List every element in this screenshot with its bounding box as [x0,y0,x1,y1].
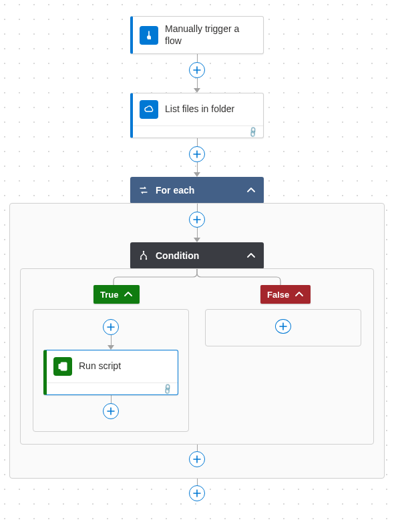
add-step-button[interactable] [189,146,205,162]
false-label: False [267,290,289,300]
link-icon: 🔗 [246,125,259,138]
chevron-up-icon [124,290,133,299]
branch-icon [138,250,149,261]
true-branch-container: Run script 🔗 [33,309,189,432]
arrow-down-icon [194,238,200,242]
arrow-down-icon [194,172,200,177]
chevron-up-icon [246,251,256,260]
list-files-label: List files in folder [165,103,234,115]
condition-container: True False [20,268,374,445]
add-step-button[interactable] [189,451,205,467]
false-branch-container [205,309,361,346]
for-each-label: For each [156,185,240,196]
add-step-button[interactable] [189,62,205,78]
add-step-button[interactable] [189,485,205,501]
chevron-up-icon [246,186,256,195]
trigger-card[interactable]: Manually trigger a flow [130,16,264,54]
add-step-button[interactable] [103,319,119,335]
add-step-button[interactable] [103,403,119,419]
for-each-header[interactable]: For each [130,177,264,204]
list-files-card[interactable]: List files in folder 🔗 [130,93,264,138]
arrow-down-icon [194,88,200,93]
link-icon: 🔗 [161,382,174,395]
add-step-button[interactable] [189,212,205,228]
manual-trigger-icon [140,26,158,45]
condition-header[interactable]: Condition [130,242,264,269]
false-branch-badge[interactable]: False [260,285,311,304]
arrow-down-icon [108,345,114,350]
trigger-label: Manually trigger a flow [165,23,256,47]
loop-icon [138,185,149,196]
run-script-label: Run script [79,360,121,372]
condition-label: Condition [156,250,240,261]
true-branch-badge[interactable]: True [93,285,140,304]
chevron-up-icon [294,290,304,299]
excel-icon [53,357,72,376]
for-each-container: Condition True False [9,203,385,479]
add-step-button[interactable] [275,319,291,334]
onedrive-icon [140,100,158,119]
run-script-card[interactable]: Run script 🔗 [43,350,178,395]
true-label: True [100,290,118,300]
